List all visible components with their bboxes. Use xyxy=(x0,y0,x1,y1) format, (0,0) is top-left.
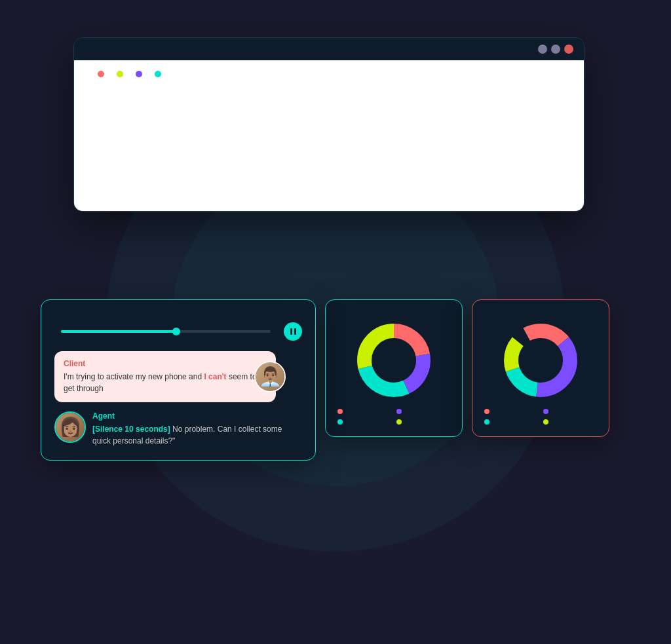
client-stat-negative-indicator xyxy=(543,409,597,414)
legend-dot-effort xyxy=(117,71,123,77)
dashboard-body xyxy=(74,60,584,211)
client-avatar: 👨🏽‍💼 xyxy=(254,361,286,392)
progress-bar[interactable] xyxy=(61,330,271,333)
agent-stat-negative xyxy=(396,409,450,414)
legend-item-effort xyxy=(117,71,126,77)
pause-bar-2 xyxy=(294,328,296,335)
client-text: I'm trying to activate my new phone and … xyxy=(64,371,267,394)
client-stat-improving xyxy=(484,419,538,425)
agent-label: Agent xyxy=(92,411,302,421)
client-stat-worsening-indicator xyxy=(484,409,538,414)
svg-point-4 xyxy=(373,339,415,381)
agent-stat-improving-indicator xyxy=(337,419,391,425)
client-negative-dot xyxy=(543,409,548,414)
bar-chart xyxy=(87,86,571,198)
pause-button[interactable] xyxy=(284,322,302,341)
client-label: Client xyxy=(64,359,267,368)
agent-stat-worsening-indicator xyxy=(337,409,391,414)
agent-avatar: 👩🏽 xyxy=(54,411,86,443)
legend-dot-cancel xyxy=(136,71,142,77)
legend-dot-negative xyxy=(98,71,104,77)
progress-thumb[interactable] xyxy=(172,328,180,335)
maximize-button[interactable] xyxy=(551,45,560,54)
progress-fill xyxy=(61,330,176,333)
client-avatar-image: 👨🏽‍💼 xyxy=(256,362,284,391)
agent-emotion-stats xyxy=(337,409,450,425)
client-donut-container xyxy=(484,321,597,400)
agent-stat-worsening xyxy=(337,409,391,414)
dashboard-card xyxy=(73,37,585,212)
client-worsening-dot xyxy=(484,409,489,414)
agent-message-wrapper: 👩🏽 Agent [Silence 10 seconds] No problem… xyxy=(54,411,302,447)
agent-improving-dot xyxy=(337,419,343,425)
client-stat-positive xyxy=(543,419,597,425)
agent-stat-positive xyxy=(396,419,450,425)
legend-dot-positive xyxy=(155,71,161,77)
main-container: Client I'm trying to activate my new pho… xyxy=(41,37,630,607)
client-stat-worsening xyxy=(484,409,538,414)
client-emotion-stats xyxy=(484,409,597,425)
client-improving-dot xyxy=(484,419,489,425)
audio-player xyxy=(54,322,302,341)
pause-icon xyxy=(290,328,296,335)
agent-message: Agent [Silence 10 seconds] No problem. C… xyxy=(92,411,302,447)
agent-stat-positive-indicator xyxy=(396,419,450,425)
agent-avatar-image: 👩🏽 xyxy=(56,413,85,442)
client-stat-improving-indicator xyxy=(484,419,538,425)
client-donut-chart xyxy=(501,321,580,400)
legend-item-positive xyxy=(155,71,164,77)
legend xyxy=(98,71,164,77)
agent-worsening-dot xyxy=(337,409,343,414)
titlebar xyxy=(74,38,584,60)
transcription-card: Client I'm trying to activate my new pho… xyxy=(41,299,316,461)
bottom-area: Client I'm trying to activate my new pho… xyxy=(41,299,630,607)
agent-emotion-card xyxy=(325,299,463,437)
client-emotion-card xyxy=(472,299,609,437)
agent-text: [Silence 10 seconds] No problem. Can I c… xyxy=(92,423,302,447)
agent-donut-container xyxy=(337,321,450,400)
agent-positive-dot xyxy=(396,419,402,425)
agent-negative-dot xyxy=(396,409,402,414)
agent-stat-improving xyxy=(337,419,391,425)
legend-item-cancel xyxy=(136,71,145,77)
window-controls xyxy=(538,45,573,54)
client-stat-negative xyxy=(543,409,597,414)
svg-point-9 xyxy=(520,339,562,381)
agent-donut-chart xyxy=(355,321,433,400)
chart-header xyxy=(87,71,571,77)
minimize-button[interactable] xyxy=(538,45,547,54)
pause-bar-1 xyxy=(290,328,292,335)
legend-item-negative xyxy=(98,71,107,77)
silence-marker: [Silence 10 seconds] xyxy=(92,425,170,434)
agent-stat-negative-indicator xyxy=(396,409,450,414)
close-button[interactable] xyxy=(564,45,573,54)
client-positive-dot xyxy=(543,419,548,425)
client-message: Client I'm trying to activate my new pho… xyxy=(54,351,276,402)
client-stat-positive-indicator xyxy=(543,419,597,425)
highlight-text: I can't xyxy=(204,372,226,381)
